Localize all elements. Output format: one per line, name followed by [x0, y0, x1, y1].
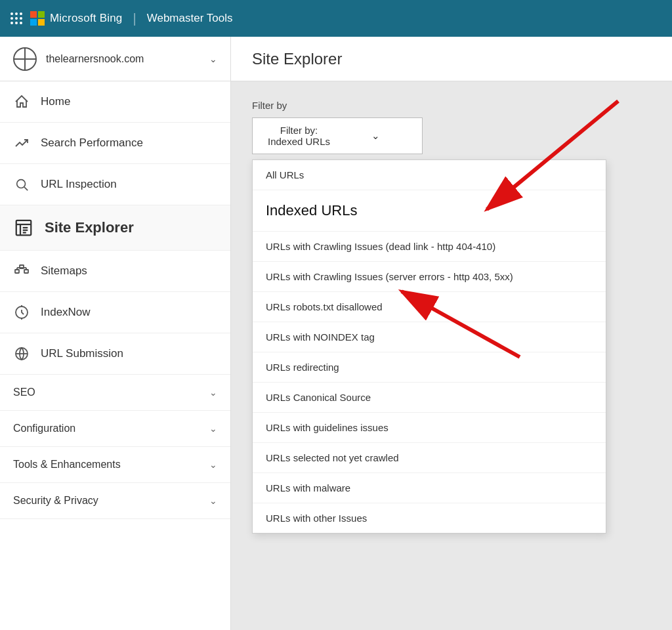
security-expand-icon: ⌄: [209, 495, 217, 506]
filter-select-button[interactable]: Filter by: Indexed URLs ⌄: [252, 117, 423, 154]
sidebar-item-home-label: Home: [41, 95, 217, 108]
sidebar-item-home[interactable]: Home: [0, 81, 230, 123]
content-area: Filter by Filter by: Indexed URLs ⌄ All …: [231, 81, 672, 630]
sidebar-section-tools[interactable]: Tools & Enhancements ⌄: [0, 447, 230, 483]
site-explorer-icon: [13, 217, 34, 238]
dropdown-item-robots-disallowed[interactable]: URLs robots.txt disallowed: [253, 292, 606, 322]
dropdown-item-malware[interactable]: URLs with malware: [253, 473, 606, 503]
indexnow-icon: [13, 304, 30, 321]
sidebar-section-seo-label: SEO: [13, 387, 209, 398]
brand-name: Microsoft Bing: [50, 12, 123, 25]
dropdown-item-guidelines[interactable]: URLs with guidelines issues: [253, 413, 606, 443]
dropdown-item-not-crawled[interactable]: URLs selected not yet crawled: [253, 443, 606, 473]
dropdown-item-indexed-urls[interactable]: Indexed URLs: [253, 190, 606, 232]
site-globe-icon: [13, 47, 37, 71]
trend-icon: [13, 135, 30, 152]
sidebar-item-url-inspection-label: URL Inspection: [41, 178, 217, 191]
filter-label: Filter by: [252, 100, 651, 111]
sidebar: Home Search Performance URL Inspection: [0, 81, 231, 630]
url-inspection-icon: [13, 176, 30, 193]
site-selector-chevron: ⌄: [209, 54, 217, 64]
url-submission-icon: [13, 345, 30, 362]
main-layout: Home Search Performance URL Inspection: [0, 81, 672, 630]
header-divider: |: [133, 11, 136, 26]
product-name: Webmaster Tools: [147, 12, 233, 25]
tools-expand-icon: ⌄: [209, 459, 217, 470]
page-title: Site Explorer: [252, 50, 342, 68]
sidebar-item-site-explorer[interactable]: Site Explorer: [0, 205, 230, 251]
dropdown-item-canonical[interactable]: URLs Canonical Source: [253, 383, 606, 413]
seo-expand-icon: ⌄: [209, 387, 217, 398]
ms-logo: Microsoft Bing: [30, 11, 123, 26]
sidebar-item-search-performance[interactable]: Search Performance: [0, 123, 230, 164]
filter-chevron-icon: ⌄: [340, 130, 411, 142]
site-selector[interactable]: thelearnersnook.com ⌄: [0, 37, 231, 81]
site-name: thelearnersnook.com: [46, 53, 200, 65]
sidebar-section-configuration[interactable]: Configuration ⌄: [0, 411, 230, 447]
sidebar-section-security-label: Security & Privacy: [13, 495, 209, 507]
sidebar-item-sitemaps-label: Sitemaps: [41, 264, 217, 278]
dropdown-item-redirecting[interactable]: URLs redirecting: [253, 352, 606, 383]
svg-rect-8: [15, 270, 19, 273]
sidebar-item-url-submission-label: URL Submission: [41, 347, 217, 360]
sub-header: thelearnersnook.com ⌄ Site Explorer: [0, 37, 672, 81]
sidebar-item-site-explorer-label: Site Explorer: [45, 219, 217, 236]
sidebar-section-config-label: Configuration: [13, 423, 209, 434]
sidebar-item-indexnow-label: IndexNow: [41, 306, 217, 319]
ms-squares-icon: [30, 11, 45, 26]
svg-rect-10: [24, 270, 28, 273]
app-launcher-icon[interactable]: [10, 12, 22, 24]
dropdown-item-crawling-404[interactable]: URLs with Crawling Issues (dead link - h…: [253, 232, 606, 262]
top-header: Microsoft Bing | Webmaster Tools: [0, 0, 672, 37]
filter-dropdown: All URLs Indexed URLs URLs with Crawling…: [252, 159, 651, 534]
sidebar-item-url-submission[interactable]: URL Submission: [0, 333, 230, 375]
config-expand-icon: ⌄: [209, 423, 217, 434]
page-title-area: Site Explorer: [231, 50, 672, 68]
dropdown-item-noindex[interactable]: URLs with NOINDEX tag: [253, 322, 606, 352]
sidebar-section-tools-label: Tools & Enhancements: [13, 459, 209, 471]
sidebar-section-security-privacy[interactable]: Security & Privacy ⌄: [0, 483, 230, 519]
dropdown-item-crawling-403[interactable]: URLs with Crawling Issues (server errors…: [253, 262, 606, 292]
svg-point-0: [17, 180, 26, 188]
home-icon: [13, 93, 30, 110]
svg-line-1: [24, 187, 28, 190]
sidebar-item-sitemaps[interactable]: Sitemaps: [0, 251, 230, 292]
filter-button-text: Filter by: Indexed URLs: [263, 125, 335, 147]
sidebar-section-seo[interactable]: SEO ⌄: [0, 375, 230, 411]
dropdown-item-other-issues[interactable]: URLs with other Issues: [253, 503, 606, 533]
sidebar-item-url-inspection[interactable]: URL Inspection: [0, 164, 230, 205]
dropdown-item-all-urls[interactable]: All URLs: [253, 160, 606, 190]
sitemaps-icon: [13, 262, 30, 280]
dropdown-list: All URLs Indexed URLs URLs with Crawling…: [252, 159, 606, 534]
sidebar-item-indexnow[interactable]: IndexNow: [0, 292, 230, 333]
sidebar-item-search-performance-label: Search Performance: [41, 136, 217, 150]
